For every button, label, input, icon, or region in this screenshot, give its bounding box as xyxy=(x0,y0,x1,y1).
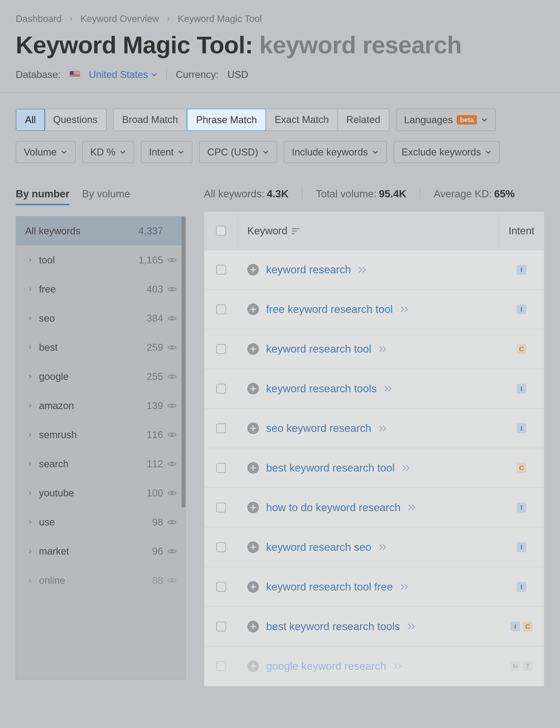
add-keyword-button[interactable] xyxy=(247,541,259,553)
svg-point-11 xyxy=(171,579,173,582)
double-chevron-icon[interactable] xyxy=(384,385,393,392)
match-exact[interactable]: Exact Match xyxy=(266,109,338,131)
add-keyword-button[interactable] xyxy=(247,383,259,394)
tab-by-number[interactable]: By number xyxy=(16,188,69,205)
tab-by-volume[interactable]: By volume xyxy=(82,188,130,205)
intent-badge-n: N xyxy=(510,661,520,671)
filter-intent[interactable]: Intent xyxy=(141,141,192,163)
column-keyword[interactable]: Keyword xyxy=(238,212,499,250)
sidebar-item[interactable]: online88 xyxy=(16,566,185,595)
database-selector[interactable]: United States xyxy=(89,69,157,80)
row-checkbox[interactable] xyxy=(204,582,238,592)
add-keyword-button[interactable] xyxy=(247,660,259,672)
eye-icon[interactable] xyxy=(163,344,177,351)
match-related[interactable]: Related xyxy=(338,109,389,131)
row-checkbox[interactable] xyxy=(204,622,238,631)
row-checkbox[interactable] xyxy=(204,423,238,433)
double-chevron-icon[interactable] xyxy=(407,623,416,630)
row-checkbox[interactable] xyxy=(204,542,238,552)
row-checkbox[interactable] xyxy=(204,661,238,671)
add-keyword-button[interactable] xyxy=(247,581,259,593)
keyword-link[interactable]: seo keyword research xyxy=(266,422,371,434)
keyword-link[interactable]: keyword research tool free xyxy=(266,581,393,593)
keyword-link[interactable]: how to do keyword research xyxy=(266,501,401,514)
filter-include-keywords[interactable]: Include keywords xyxy=(284,141,387,163)
keyword-link[interactable]: best keyword research tools xyxy=(266,620,400,633)
eye-icon[interactable] xyxy=(163,403,177,409)
eye-icon[interactable] xyxy=(163,432,177,438)
row-checkbox[interactable] xyxy=(204,304,238,314)
row-checkbox[interactable] xyxy=(204,384,238,394)
sidebar-item[interactable]: amazon139 xyxy=(16,391,185,420)
stat-kd-label: Average KD: xyxy=(434,188,492,200)
keyword-link[interactable]: keyword research seo xyxy=(266,541,371,553)
row-checkbox[interactable] xyxy=(204,463,238,473)
sidebar-all-keywords[interactable]: All keywords 4,337 xyxy=(16,216,185,246)
double-chevron-icon[interactable] xyxy=(393,663,402,670)
keyword-link[interactable]: free keyword research tool xyxy=(266,303,393,315)
sidebar-item[interactable]: free403 xyxy=(16,275,185,304)
double-chevron-icon[interactable] xyxy=(379,544,388,551)
add-keyword-button[interactable] xyxy=(247,264,259,276)
add-keyword-button[interactable] xyxy=(247,502,259,513)
double-chevron-icon[interactable] xyxy=(358,266,367,273)
intent-cell: I xyxy=(499,265,544,275)
sidebar-item[interactable]: search112 xyxy=(16,449,185,478)
add-keyword-button[interactable] xyxy=(247,462,259,474)
row-checkbox[interactable] xyxy=(204,503,238,513)
filter-volume[interactable]: Volume xyxy=(16,141,75,163)
row-checkbox[interactable] xyxy=(204,344,238,354)
eye-icon[interactable] xyxy=(163,577,177,584)
eye-icon[interactable] xyxy=(163,315,177,321)
scrollbar[interactable] xyxy=(181,216,185,508)
filter-cpc-usd-[interactable]: CPC (USD) xyxy=(199,141,277,163)
add-keyword-button[interactable] xyxy=(247,343,259,355)
column-intent[interactable]: Intent xyxy=(499,212,544,250)
chevron-down-icon xyxy=(151,71,157,78)
row-checkbox[interactable] xyxy=(204,265,238,275)
eye-icon[interactable] xyxy=(163,286,177,292)
sidebar-item[interactable]: google255 xyxy=(16,362,185,391)
eye-icon[interactable] xyxy=(163,257,177,263)
scope-all[interactable]: All xyxy=(16,109,45,131)
eye-icon[interactable] xyxy=(163,461,177,467)
keyword-link[interactable]: keyword research tools xyxy=(266,382,377,395)
keyword-link[interactable]: google keyword research xyxy=(266,660,386,672)
sidebar-item-count: 259 xyxy=(129,342,163,353)
keyword-link[interactable]: keyword research tool xyxy=(266,343,371,355)
double-chevron-icon[interactable] xyxy=(379,425,388,432)
double-chevron-icon[interactable] xyxy=(400,583,409,590)
double-chevron-icon[interactable] xyxy=(402,464,411,472)
intent-badge-i: I xyxy=(517,265,526,275)
add-keyword-button[interactable] xyxy=(247,621,259,632)
eye-icon[interactable] xyxy=(163,548,177,554)
keyword-link[interactable]: best keyword research tool xyxy=(266,462,395,474)
keyword-link[interactable]: keyword research xyxy=(266,263,351,276)
breadcrumb-item[interactable]: Keyword Overview xyxy=(80,13,159,24)
match-phrase[interactable]: Phrase Match xyxy=(187,109,266,131)
sidebar-item[interactable]: seo384 xyxy=(16,304,185,333)
match-broad[interactable]: Broad Match xyxy=(114,109,187,131)
select-all-checkbox[interactable] xyxy=(204,212,238,250)
double-chevron-icon[interactable] xyxy=(400,306,409,313)
sidebar-item[interactable]: market96 xyxy=(16,537,185,566)
filter-kd-[interactable]: KD % xyxy=(82,141,134,163)
languages-dropdown[interactable]: Languages beta xyxy=(396,109,496,131)
breadcrumb-item[interactable]: Keyword Magic Tool xyxy=(178,13,262,24)
double-chevron-icon[interactable] xyxy=(379,345,388,353)
breadcrumb-item[interactable]: Dashboard xyxy=(16,13,62,24)
filter-exclude-keywords[interactable]: Exclude keywords xyxy=(394,141,500,163)
sidebar-item[interactable]: tool1,165 xyxy=(16,246,185,275)
eye-icon[interactable] xyxy=(163,519,177,525)
sidebar-item[interactable]: semrush116 xyxy=(16,420,185,449)
scope-questions[interactable]: Questions xyxy=(45,109,106,131)
sidebar-item[interactable]: youtube100 xyxy=(16,478,185,508)
add-keyword-button[interactable] xyxy=(247,304,259,315)
double-chevron-icon[interactable] xyxy=(408,504,417,511)
add-keyword-button[interactable] xyxy=(247,422,259,434)
eye-icon[interactable] xyxy=(163,490,177,496)
sidebar-item[interactable]: best259 xyxy=(16,333,185,362)
sidebar-item-count: 139 xyxy=(129,400,163,411)
eye-icon[interactable] xyxy=(163,373,177,380)
sidebar-item[interactable]: use98 xyxy=(16,508,185,537)
